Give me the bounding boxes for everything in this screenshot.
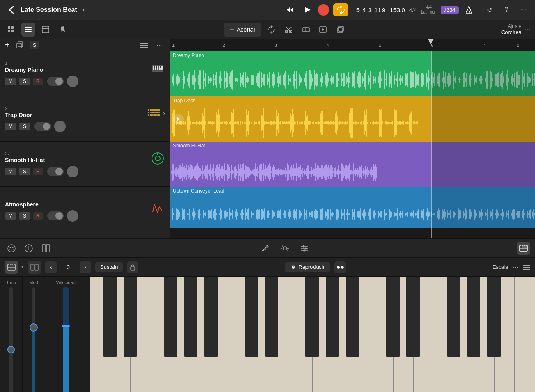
- rec-button[interactable]: R: [33, 168, 43, 175]
- black-key[interactable]: [326, 277, 339, 357]
- black-key[interactable]: [406, 277, 420, 357]
- track-settings-button[interactable]: [138, 39, 149, 51]
- black-key[interactable]: [467, 277, 480, 357]
- cursor-button[interactable]: [56, 23, 70, 37]
- loop-button[interactable]: [333, 3, 348, 16]
- mute-button[interactable]: M: [5, 212, 16, 220]
- synth-icon[interactable]: [150, 151, 165, 166]
- sun-tool[interactable]: [278, 242, 292, 255]
- mute-button[interactable]: M: [5, 78, 16, 85]
- octave-next-button[interactable]: ›: [80, 261, 91, 273]
- vel-track[interactable]: [63, 287, 69, 392]
- instrument-icon[interactable]: [150, 61, 165, 76]
- trim-button[interactable]: ⊣ Acortar: [224, 23, 261, 37]
- track-toggle[interactable]: [34, 122, 51, 131]
- expand-button[interactable]: ›: [163, 110, 165, 117]
- volume-knob[interactable]: [67, 76, 78, 87]
- emoji-button[interactable]: [5, 242, 18, 255]
- eq-tool[interactable]: [298, 242, 311, 255]
- duplicate-track-button[interactable]: [14, 39, 25, 51]
- audio-icon[interactable]: [150, 201, 165, 216]
- svg-rect-80: [11, 264, 12, 267]
- lock-button[interactable]: [127, 261, 138, 273]
- volume-knob[interactable]: [67, 166, 78, 177]
- black-key[interactable]: [164, 277, 177, 357]
- uptown-lead-clip[interactable]: Uptown Conveyor Lead: [170, 187, 535, 228]
- rec-button[interactable]: R: [33, 212, 43, 220]
- toolbar-more-button[interactable]: ···: [525, 25, 531, 34]
- rec-button[interactable]: R: [33, 78, 43, 85]
- black-key[interactable]: [305, 277, 319, 357]
- lines-button[interactable]: [523, 265, 530, 270]
- piano-keys-toggle[interactable]: [5, 261, 18, 274]
- volume-knob[interactable]: [54, 121, 66, 132]
- waveform-bar: [321, 73, 322, 87]
- pencil-tool[interactable]: [259, 242, 272, 255]
- more-button[interactable]: ···: [518, 4, 530, 16]
- grid-view-button[interactable]: [4, 23, 18, 37]
- timeline-ruler[interactable]: 1 2 3 4 5 6 7 8: [170, 39, 535, 51]
- piano-view-button[interactable]: [517, 242, 530, 255]
- smooth-hihat-clip[interactable]: Smooth Hi-Hat: [170, 142, 535, 187]
- volume-knob[interactable]: [67, 210, 78, 222]
- black-key[interactable]: [103, 277, 117, 357]
- tono-track[interactable]: [9, 287, 13, 392]
- master-solo-button[interactable]: S: [30, 41, 40, 49]
- help-button[interactable]: ?: [501, 4, 513, 16]
- rewind-button[interactable]: [283, 3, 296, 16]
- copy-tool-button[interactable]: [333, 23, 347, 37]
- track-toggle[interactable]: [47, 211, 64, 220]
- solo-button[interactable]: S: [19, 212, 30, 220]
- cut-tool-button[interactable]: [282, 23, 296, 37]
- mod-track[interactable]: [32, 287, 35, 392]
- arrange-tool-button[interactable]: [316, 23, 330, 37]
- loop-tool-button[interactable]: [264, 23, 278, 37]
- piano-keys[interactable]: Do2Do3Do4Do5: [90, 277, 535, 392]
- mute-button[interactable]: M: [5, 123, 16, 130]
- key-badge[interactable]: ♩234: [441, 6, 459, 14]
- black-key[interactable]: [124, 277, 137, 357]
- play-cursor-button[interactable]: 🖱 Reproducir: [285, 262, 331, 272]
- keyboard-more-button[interactable]: ···: [512, 263, 519, 271]
- play-button[interactable]: [301, 3, 314, 16]
- black-key[interactable]: [386, 277, 400, 357]
- waveform-bar: [203, 70, 204, 89]
- black-key[interactable]: [184, 277, 197, 357]
- layout-button[interactable]: [39, 242, 53, 255]
- black-key[interactable]: [204, 277, 218, 357]
- black-key[interactable]: [447, 277, 460, 357]
- track-more-button[interactable]: ···: [154, 39, 165, 51]
- add-track-button[interactable]: +: [5, 40, 10, 50]
- black-key[interactable]: [487, 277, 501, 357]
- white-key[interactable]: Do5: [515, 277, 535, 392]
- mute-button[interactable]: M: [5, 168, 16, 175]
- solo-button[interactable]: S: [19, 78, 30, 85]
- dots-button[interactable]: ●●: [334, 261, 346, 273]
- drum-icon[interactable]: [147, 106, 161, 121]
- track-toggle[interactable]: [47, 167, 64, 176]
- waveform-bar: [400, 75, 401, 85]
- strip-tool-button[interactable]: [299, 23, 313, 37]
- clip-play-button[interactable]: [173, 114, 184, 124]
- solo-button[interactable]: S: [19, 168, 30, 175]
- list-view-button[interactable]: [21, 23, 35, 37]
- info-button[interactable]: i: [22, 242, 35, 255]
- layout-toggle[interactable]: [28, 261, 41, 274]
- history-button[interactable]: ↺: [483, 4, 496, 16]
- sustain-button[interactable]: Sustain: [95, 262, 123, 272]
- record-button[interactable]: [318, 4, 329, 16]
- waveform-bar: [416, 213, 417, 215]
- octave-prev-button[interactable]: ‹: [45, 261, 57, 273]
- title-chevron[interactable]: ▾: [82, 7, 85, 13]
- track-toggle[interactable]: [47, 77, 64, 86]
- metronome-button[interactable]: [463, 4, 475, 16]
- solo-button[interactable]: S: [19, 123, 30, 130]
- waveform-bar: [421, 73, 422, 87]
- trap-door-clip[interactable]: Trap Door: [170, 96, 535, 142]
- black-key[interactable]: [245, 277, 258, 357]
- window-button[interactable]: [39, 23, 53, 37]
- black-key[interactable]: [346, 277, 359, 357]
- dreamy-piano-clip[interactable]: Dreamy Piano // We'll generate waveform …: [170, 51, 535, 96]
- back-button[interactable]: [5, 4, 17, 16]
- black-key[interactable]: [265, 277, 278, 357]
